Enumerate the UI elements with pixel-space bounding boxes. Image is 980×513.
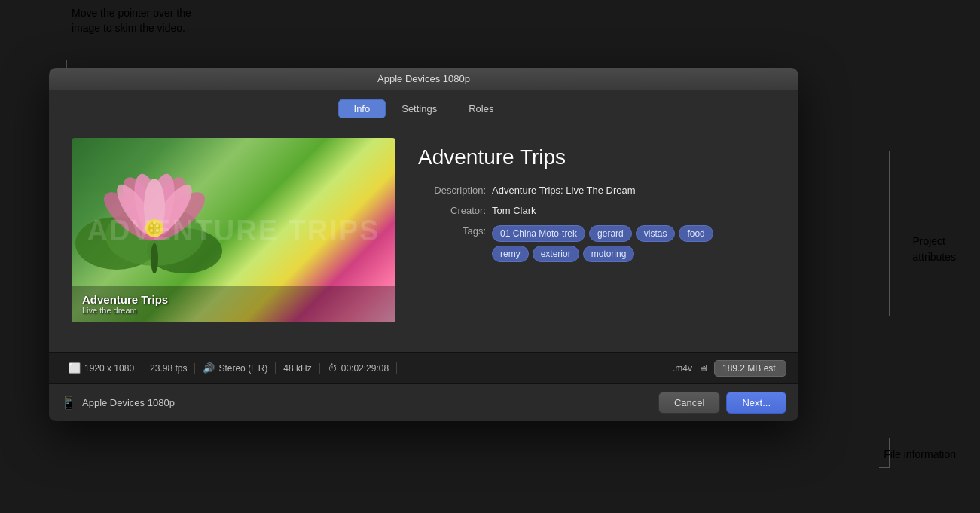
annotation-file-text: File information [884, 448, 956, 460]
tag-item[interactable]: 01 China Moto-trek [492, 225, 585, 242]
dialog-title: Apple Devices 1080p [377, 73, 470, 84]
creator-label: Creator: [418, 205, 486, 216]
preset-indicator: 📱 Apple Devices 1080p [61, 395, 175, 410]
sample-rate-item: 48 kHz [276, 363, 319, 374]
resolution-icon: ⬜ [69, 362, 81, 374]
svg-point-3 [151, 243, 158, 273]
bracket-project [879, 151, 890, 316]
annotation-pointer-text: Move the pointer over the image to skim … [72, 6, 191, 35]
tag-item[interactable]: vistas [636, 225, 676, 242]
duration-value: 00:02:29:08 [341, 363, 389, 374]
bottom-buttons: Cancel Next... [658, 392, 786, 414]
cancel-button[interactable]: Cancel [658, 392, 720, 414]
thumbnail-title-overlay: Adventure Trips Live the dream [72, 286, 395, 322]
monitor-icon: 🖥 [698, 362, 708, 374]
tag-item[interactable]: food [679, 225, 713, 242]
thumbnail-watermark: ADVENTURE TRIPS [87, 214, 380, 246]
resolution-value: 1920 x 1080 [84, 363, 134, 374]
annotation-project-text: Project attributes [912, 234, 956, 265]
project-title: Adventure Trips [418, 145, 776, 169]
tag-item[interactable]: motoring [583, 246, 635, 262]
sample-rate-value: 48 kHz [283, 363, 311, 374]
format-value: .m4v [673, 363, 692, 374]
status-bar: ⬜ 1920 x 1080 23.98 fps 🔊 Stereo (L R) 4… [49, 352, 798, 383]
thumbnail-subtitle: Live the dream [82, 306, 385, 315]
video-thumbnail[interactable]: ADVENTURE TRIPS Adventure Trips Live the… [72, 138, 395, 322]
preset-icon: 📱 [61, 395, 76, 410]
info-panel: Adventure Trips Description: Adventure T… [418, 138, 776, 340]
fps-value: 23.98 fps [150, 363, 187, 374]
description-row: Description: Adventure Trips: Live The D… [418, 185, 776, 196]
tags-label: Tags: [418, 225, 486, 262]
tab-bar: Info Settings Roles [49, 90, 798, 126]
next-button[interactable]: Next... [726, 392, 786, 414]
tag-item[interactable]: remy [492, 246, 529, 262]
file-size-button[interactable]: 189.2 MB est. [714, 360, 786, 377]
audio-icon: 🔊 [203, 362, 215, 374]
preset-label: Apple Devices 1080p [82, 397, 175, 408]
status-right: .m4v 🖥 189.2 MB est. [673, 360, 786, 377]
description-value: Adventure Trips: Live The Dream [492, 185, 636, 196]
content-area: ADVENTURE TRIPS Adventure Trips Live the… [49, 126, 798, 352]
creator-row: Creator: Tom Clark [418, 205, 776, 216]
clock-icon: ⏱ [328, 362, 337, 374]
tab-roles[interactable]: Roles [453, 99, 509, 118]
tag-item[interactable]: exterior [533, 246, 579, 262]
duration-item: ⏱ 00:02:29:08 [320, 362, 397, 374]
audio-item: 🔊 Stereo (L R) [195, 362, 276, 374]
dialog-title-bar: Apple Devices 1080p [49, 68, 798, 90]
tab-settings[interactable]: Settings [386, 99, 453, 118]
thumbnail-title: Adventure Trips [82, 293, 385, 306]
fps-item: 23.98 fps [142, 363, 195, 374]
tab-info[interactable]: Info [338, 99, 386, 118]
tags-container: 01 China Moto-trekgerardvistasfoodremyex… [492, 225, 748, 262]
resolution-item: ⬜ 1920 x 1080 [61, 362, 142, 374]
tag-item[interactable]: gerard [589, 225, 632, 242]
export-dialog: Apple Devices 1080p Info Settings Roles [49, 68, 798, 421]
description-label: Description: [418, 185, 486, 196]
bottom-bar: 📱 Apple Devices 1080p Cancel Next... [49, 383, 798, 421]
audio-value: Stereo (L R) [218, 363, 267, 374]
creator-value: Tom Clark [492, 205, 536, 216]
tags-row: Tags: 01 China Moto-trekgerardvistasfood… [418, 225, 776, 262]
